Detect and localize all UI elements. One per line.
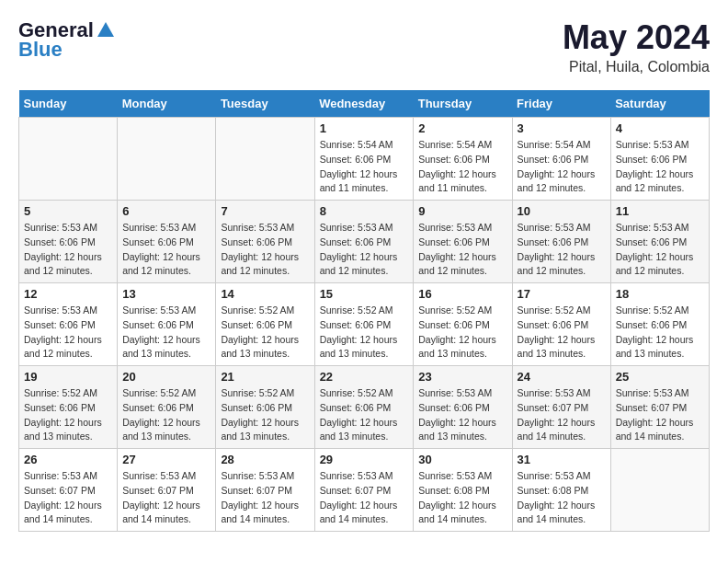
day-info: Sunrise: 5:52 AM Sunset: 6:06 PM Dayligh…: [616, 304, 704, 362]
day-info: Sunrise: 5:54 AM Sunset: 6:06 PM Dayligh…: [418, 138, 506, 196]
day-info: Sunrise: 5:53 AM Sunset: 6:07 PM Dayligh…: [122, 469, 210, 527]
calendar-day-cell: 21Sunrise: 5:52 AM Sunset: 6:06 PM Dayli…: [216, 366, 314, 449]
col-header-wednesday: Wednesday: [314, 90, 414, 118]
col-header-saturday: Saturday: [610, 90, 709, 118]
calendar-day-cell: 29Sunrise: 5:53 AM Sunset: 6:07 PM Dayli…: [314, 449, 414, 532]
day-number: 6: [122, 204, 210, 218]
day-number: 14: [221, 287, 309, 301]
calendar-day-cell: 6Sunrise: 5:53 AM Sunset: 6:06 PM Daylig…: [118, 201, 216, 283]
col-header-friday: Friday: [512, 90, 610, 118]
day-number: 7: [221, 204, 309, 218]
logo: General Blue: [18, 18, 116, 62]
calendar-day-cell: 27Sunrise: 5:53 AM Sunset: 6:07 PM Dayli…: [118, 449, 216, 532]
title-section: May 2024 Pital, Huila, Colombia: [563, 18, 710, 75]
svg-marker-0: [97, 22, 114, 37]
col-header-tuesday: Tuesday: [216, 90, 314, 118]
page-header: General Blue May 2024 Pital, Huila, Colo…: [18, 18, 710, 75]
day-info: Sunrise: 5:52 AM Sunset: 6:06 PM Dayligh…: [320, 386, 409, 444]
day-info: Sunrise: 5:53 AM Sunset: 6:07 PM Dayligh…: [616, 386, 704, 444]
day-info: Sunrise: 5:53 AM Sunset: 6:06 PM Dayligh…: [24, 304, 112, 362]
col-header-monday: Monday: [118, 90, 216, 118]
calendar-day-cell: 30Sunrise: 5:53 AM Sunset: 6:08 PM Dayli…: [414, 449, 512, 532]
day-info: Sunrise: 5:53 AM Sunset: 6:06 PM Dayligh…: [616, 138, 704, 196]
day-info: Sunrise: 5:52 AM Sunset: 6:06 PM Dayligh…: [221, 304, 309, 362]
calendar-week-row: 12Sunrise: 5:53 AM Sunset: 6:06 PM Dayli…: [19, 283, 710, 366]
calendar-day-cell: 25Sunrise: 5:53 AM Sunset: 6:07 PM Dayli…: [610, 366, 709, 449]
day-number: 17: [518, 287, 606, 301]
day-number: 21: [221, 370, 309, 384]
calendar-week-row: 26Sunrise: 5:53 AM Sunset: 6:07 PM Dayli…: [19, 449, 710, 532]
calendar-day-cell: 23Sunrise: 5:53 AM Sunset: 6:06 PM Dayli…: [414, 366, 512, 449]
day-info: Sunrise: 5:54 AM Sunset: 6:06 PM Dayligh…: [320, 138, 409, 196]
day-number: 12: [24, 287, 112, 301]
calendar-day-cell: 20Sunrise: 5:52 AM Sunset: 6:06 PM Dayli…: [118, 366, 216, 449]
calendar-day-cell: 18Sunrise: 5:52 AM Sunset: 6:06 PM Dayli…: [610, 283, 709, 366]
day-number: 29: [320, 453, 409, 466]
calendar-day-cell: 8Sunrise: 5:53 AM Sunset: 6:06 PM Daylig…: [314, 201, 414, 283]
day-info: Sunrise: 5:53 AM Sunset: 6:06 PM Dayligh…: [24, 221, 112, 279]
calendar-day-cell: 22Sunrise: 5:52 AM Sunset: 6:06 PM Dayli…: [314, 366, 414, 449]
calendar-day-cell: 19Sunrise: 5:52 AM Sunset: 6:06 PM Dayli…: [19, 366, 118, 449]
day-number: 4: [616, 121, 704, 135]
calendar-day-cell: 3Sunrise: 5:54 AM Sunset: 6:06 PM Daylig…: [512, 118, 610, 201]
day-number: 9: [418, 204, 506, 218]
month-year: May 2024: [563, 18, 710, 57]
day-info: Sunrise: 5:52 AM Sunset: 6:06 PM Dayligh…: [418, 304, 506, 362]
col-header-sunday: Sunday: [19, 90, 118, 118]
day-info: Sunrise: 5:53 AM Sunset: 6:06 PM Dayligh…: [418, 386, 506, 444]
calendar-day-cell: 9Sunrise: 5:53 AM Sunset: 6:06 PM Daylig…: [414, 201, 512, 283]
day-info: Sunrise: 5:54 AM Sunset: 6:06 PM Dayligh…: [518, 138, 606, 196]
day-info: Sunrise: 5:53 AM Sunset: 6:08 PM Dayligh…: [418, 469, 506, 527]
calendar-day-cell: 2Sunrise: 5:54 AM Sunset: 6:06 PM Daylig…: [414, 118, 512, 201]
logo-blue-text: Blue: [18, 38, 63, 61]
day-info: Sunrise: 5:52 AM Sunset: 6:06 PM Dayligh…: [24, 386, 112, 444]
day-number: 19: [24, 370, 112, 384]
day-number: 18: [616, 287, 704, 301]
day-number: 15: [320, 287, 409, 301]
calendar-header-row: SundayMondayTuesdayWednesdayThursdayFrid…: [19, 90, 710, 118]
day-info: Sunrise: 5:52 AM Sunset: 6:06 PM Dayligh…: [122, 386, 210, 444]
calendar-day-cell: 5Sunrise: 5:53 AM Sunset: 6:06 PM Daylig…: [19, 201, 118, 283]
calendar-day-cell: 4Sunrise: 5:53 AM Sunset: 6:06 PM Daylig…: [610, 118, 709, 201]
calendar-day-cell: 24Sunrise: 5:53 AM Sunset: 6:07 PM Dayli…: [512, 366, 610, 449]
empty-cell: [19, 118, 118, 201]
day-number: 20: [122, 370, 210, 384]
calendar-day-cell: 11Sunrise: 5:53 AM Sunset: 6:06 PM Dayli…: [610, 201, 709, 283]
calendar-day-cell: 15Sunrise: 5:52 AM Sunset: 6:06 PM Dayli…: [314, 283, 414, 366]
calendar-day-cell: 28Sunrise: 5:53 AM Sunset: 6:07 PM Dayli…: [216, 449, 314, 532]
calendar-day-cell: 12Sunrise: 5:53 AM Sunset: 6:06 PM Dayli…: [19, 283, 118, 366]
day-number: 11: [616, 204, 704, 218]
calendar-week-row: 19Sunrise: 5:52 AM Sunset: 6:06 PM Dayli…: [19, 366, 710, 449]
calendar-day-cell: 1Sunrise: 5:54 AM Sunset: 6:06 PM Daylig…: [314, 118, 414, 201]
day-number: 23: [418, 370, 506, 384]
calendar-week-row: 5Sunrise: 5:53 AM Sunset: 6:06 PM Daylig…: [19, 201, 710, 283]
day-info: Sunrise: 5:53 AM Sunset: 6:07 PM Dayligh…: [518, 386, 606, 444]
day-number: 22: [320, 370, 409, 384]
day-number: 2: [418, 121, 506, 135]
day-number: 26: [24, 453, 112, 466]
day-number: 27: [122, 453, 210, 466]
day-info: Sunrise: 5:53 AM Sunset: 6:06 PM Dayligh…: [320, 221, 409, 279]
day-number: 1: [320, 121, 409, 135]
day-info: Sunrise: 5:53 AM Sunset: 6:06 PM Dayligh…: [221, 221, 309, 279]
logo-icon: [96, 20, 116, 40]
empty-cell: [610, 449, 709, 532]
day-number: 3: [518, 121, 606, 135]
day-info: Sunrise: 5:52 AM Sunset: 6:06 PM Dayligh…: [518, 304, 606, 362]
day-info: Sunrise: 5:53 AM Sunset: 6:08 PM Dayligh…: [518, 469, 606, 527]
day-number: 24: [518, 370, 606, 384]
day-number: 31: [518, 453, 606, 466]
day-info: Sunrise: 5:53 AM Sunset: 6:07 PM Dayligh…: [221, 469, 309, 527]
day-info: Sunrise: 5:53 AM Sunset: 6:07 PM Dayligh…: [24, 469, 112, 527]
day-info: Sunrise: 5:53 AM Sunset: 6:06 PM Dayligh…: [518, 221, 606, 279]
calendar-day-cell: 16Sunrise: 5:52 AM Sunset: 6:06 PM Dayli…: [414, 283, 512, 366]
empty-cell: [216, 118, 314, 201]
day-number: 13: [122, 287, 210, 301]
calendar-day-cell: 10Sunrise: 5:53 AM Sunset: 6:06 PM Dayli…: [512, 201, 610, 283]
day-info: Sunrise: 5:53 AM Sunset: 6:07 PM Dayligh…: [320, 469, 409, 527]
day-info: Sunrise: 5:53 AM Sunset: 6:06 PM Dayligh…: [122, 221, 210, 279]
calendar-day-cell: 17Sunrise: 5:52 AM Sunset: 6:06 PM Dayli…: [512, 283, 610, 366]
day-info: Sunrise: 5:52 AM Sunset: 6:06 PM Dayligh…: [221, 386, 309, 444]
day-info: Sunrise: 5:53 AM Sunset: 6:06 PM Dayligh…: [122, 304, 210, 362]
empty-cell: [118, 118, 216, 201]
